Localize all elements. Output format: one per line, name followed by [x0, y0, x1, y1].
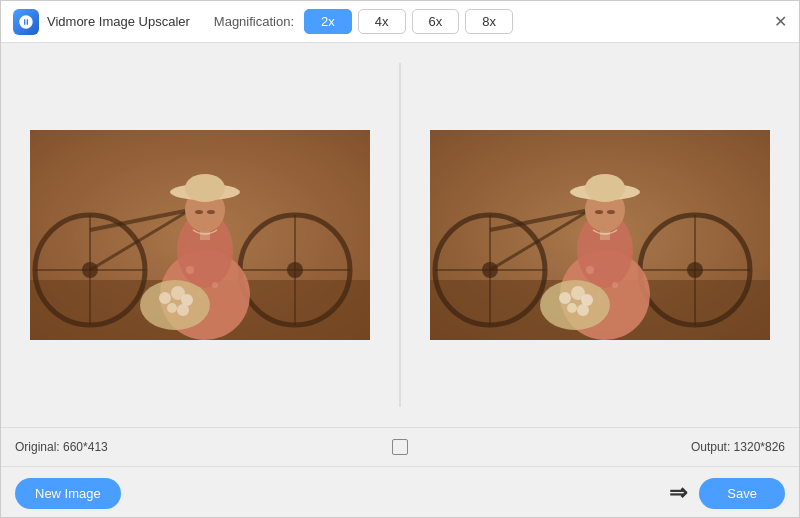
app-icon	[13, 9, 39, 35]
save-button[interactable]: Save	[699, 478, 785, 509]
original-image	[30, 130, 370, 340]
svg-rect-61	[430, 130, 770, 340]
close-button[interactable]: ✕	[774, 14, 787, 30]
output-dimensions: Output: 1320*826	[691, 440, 785, 454]
new-image-button[interactable]: New Image	[15, 478, 121, 509]
magnification-buttons: 2x 4x 6x 8x	[304, 9, 513, 34]
magnification-label: Magnification:	[214, 14, 294, 29]
arrow-right-icon: ⇒	[669, 480, 687, 506]
center-checkbox[interactable]	[392, 439, 408, 455]
mag-btn-8x[interactable]: 8x	[465, 9, 513, 34]
mag-btn-2x[interactable]: 2x	[304, 9, 352, 34]
svg-rect-30	[30, 130, 370, 340]
info-bar: Original: 660*413 Output: 1320*826	[1, 427, 799, 467]
mag-btn-6x[interactable]: 6x	[412, 9, 460, 34]
original-image-panel	[1, 63, 399, 407]
app-logo-icon	[18, 14, 34, 30]
main-area	[1, 43, 799, 427]
action-bar: New Image ⇒ Save	[1, 467, 799, 518]
title-bar: Vidmore Image Upscaler Magnification: 2x…	[1, 1, 799, 43]
output-image	[430, 130, 770, 340]
app-title: Vidmore Image Upscaler	[47, 14, 190, 29]
original-dimensions: Original: 660*413	[15, 440, 108, 454]
output-image-panel	[401, 63, 799, 407]
mag-btn-4x[interactable]: 4x	[358, 9, 406, 34]
right-actions: ⇒ Save	[669, 478, 785, 509]
